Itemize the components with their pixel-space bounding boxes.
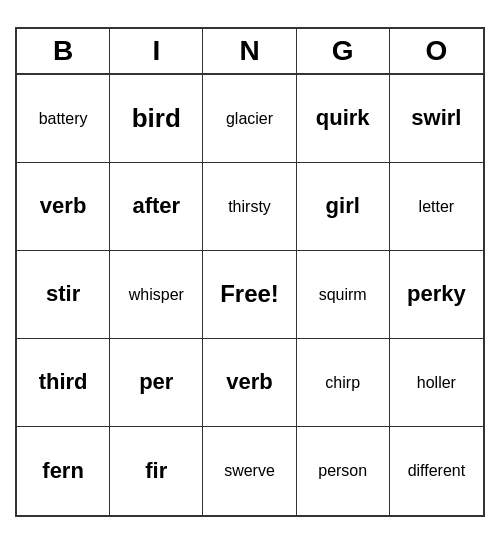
cell-6: after xyxy=(110,163,203,251)
cell-18: chirp xyxy=(297,339,390,427)
cell-22: swerve xyxy=(203,427,296,515)
cell-24: different xyxy=(390,427,483,515)
cell-19: holler xyxy=(390,339,483,427)
cell-0: battery xyxy=(17,75,110,163)
cell-2: glacier xyxy=(203,75,296,163)
header-letter-o: O xyxy=(390,29,483,73)
header-letter-g: G xyxy=(297,29,390,73)
header-letter-n: N xyxy=(203,29,296,73)
cell-7: thirsty xyxy=(203,163,296,251)
bingo-grid: batterybirdglacierquirkswirlverbafterthi… xyxy=(17,75,483,515)
header-letter-b: B xyxy=(17,29,110,73)
cell-13: squirm xyxy=(297,251,390,339)
cell-20: fern xyxy=(17,427,110,515)
cell-9: letter xyxy=(390,163,483,251)
cell-21: fir xyxy=(110,427,203,515)
cell-12: Free! xyxy=(203,251,296,339)
cell-17: verb xyxy=(203,339,296,427)
cell-11: whisper xyxy=(110,251,203,339)
cell-15: third xyxy=(17,339,110,427)
header-letter-i: I xyxy=(110,29,203,73)
cell-14: perky xyxy=(390,251,483,339)
cell-8: girl xyxy=(297,163,390,251)
cell-3: quirk xyxy=(297,75,390,163)
cell-10: stir xyxy=(17,251,110,339)
cell-5: verb xyxy=(17,163,110,251)
cell-1: bird xyxy=(110,75,203,163)
cell-4: swirl xyxy=(390,75,483,163)
cell-23: person xyxy=(297,427,390,515)
bingo-header: BINGO xyxy=(17,29,483,75)
bingo-card: BINGO batterybirdglacierquirkswirlverbaf… xyxy=(15,27,485,517)
cell-16: per xyxy=(110,339,203,427)
